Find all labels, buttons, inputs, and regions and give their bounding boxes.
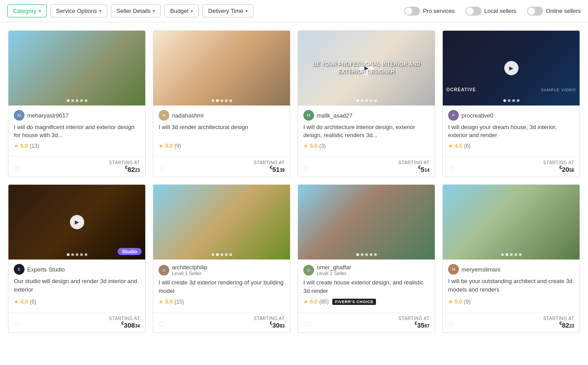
- studio-badge: Studio: [118, 248, 142, 255]
- online-sellers-label: Online sellers: [546, 8, 581, 14]
- dot: [229, 99, 232, 102]
- dot: [71, 253, 74, 256]
- play-button[interactable]: ▶: [70, 215, 84, 229]
- card-title: I will be your outstanding architect and…: [448, 277, 574, 295]
- card-body: M meryemslimani I will be your outstandi…: [443, 260, 580, 312]
- price-block: STARTING AT €8223: [109, 160, 140, 173]
- rating: ★ 5.0 (15): [159, 299, 285, 305]
- favorite-button[interactable]: ♡: [303, 165, 310, 173]
- rating: ★ 5.0 (9): [159, 143, 285, 149]
- starting-at-label: STARTING AT: [543, 160, 574, 165]
- service-card[interactable]: N nadahashml I will 3d render architectu…: [153, 30, 290, 177]
- dot: [519, 253, 522, 256]
- price-block: STARTING AT €2056: [543, 160, 574, 173]
- image-dots: [356, 99, 377, 102]
- chevron-down-icon: ▾: [39, 8, 41, 13]
- card-body: M mallk_asad27 I will do architecture in…: [298, 105, 435, 156]
- starting-at-label: STARTING AT: [399, 160, 429, 165]
- card-body: E Experts Studio Our studio will design …: [8, 260, 145, 312]
- card-title: I will create 3d exterior rendering of y…: [159, 279, 285, 295]
- price-block: STARTING AT €514: [399, 160, 429, 173]
- seller-info: P procreative0: [448, 110, 574, 121]
- card-image: ▶ BE YOUR PROFESSIONAL INTERIOR AND EXTE…: [298, 31, 435, 105]
- local-sellers-toggle[interactable]: [466, 7, 482, 16]
- rating-count: (9): [464, 299, 471, 305]
- card-footer: ♡ STARTING AT €8223: [443, 312, 580, 333]
- image-dots: [501, 253, 522, 256]
- rating-score: 5.0: [310, 143, 318, 149]
- seller-info: A architectphilip Level 1 Seller: [159, 264, 285, 276]
- seller-details-filter[interactable]: Seller Details ▾: [111, 4, 161, 17]
- sample-video-label: SAMPLE VIDEO: [541, 88, 576, 92]
- favorite-button[interactable]: ♡: [303, 320, 310, 329]
- filter-bar: Category ▾ Service Options ▾ Seller Deta…: [0, 0, 588, 22]
- dot: [374, 253, 377, 256]
- starting-at-label: STARTING AT: [254, 160, 285, 165]
- dot: [225, 99, 228, 102]
- card-footer: ♡ STARTING AT €30834: [8, 312, 145, 333]
- play-button[interactable]: ▶: [504, 61, 519, 75]
- service-card[interactable]: M meryemslimani I will be your outstandi…: [442, 184, 580, 333]
- favorite-button[interactable]: ♡: [159, 320, 165, 329]
- service-card[interactable]: O omer_ghaffar Level 2 Seller I will cre…: [298, 184, 435, 333]
- creative-label: OCREATIVE: [446, 87, 476, 92]
- chevron-down-icon: ▾: [245, 8, 248, 13]
- card-title: I will 3d render architectural design: [159, 123, 285, 139]
- dot: [510, 253, 513, 256]
- rating-count: (6): [464, 143, 471, 149]
- card-body: P procreative0 I will design your dream …: [443, 105, 580, 156]
- dot: [365, 99, 368, 102]
- card-body: N nadahashml I will 3d render architectu…: [153, 105, 290, 156]
- favorite-button[interactable]: ♡: [448, 165, 454, 173]
- fiverr-choice-badge: FIVERR'S CHOICE: [332, 299, 376, 305]
- dot: [80, 99, 83, 102]
- favorite-button[interactable]: ♡: [448, 320, 454, 329]
- chevron-down-icon: ▾: [153, 8, 155, 13]
- rating-count: (3): [319, 143, 326, 149]
- price: €2056: [543, 165, 574, 173]
- dot: [216, 99, 219, 102]
- star-icon: ★: [448, 299, 453, 305]
- service-card[interactable]: ▶ BE YOUR PROFESSIONAL INTERIOR AND EXTE…: [298, 30, 435, 177]
- card-title: Our studio will design and render 3d int…: [14, 277, 140, 295]
- service-card[interactable]: ▶ Studio E Experts Studio Our studio wil…: [8, 184, 146, 333]
- chevron-down-icon: ▾: [99, 8, 102, 13]
- online-sellers-toggle[interactable]: [527, 7, 543, 16]
- rating-count: (9): [175, 143, 181, 149]
- favorite-button[interactable]: ♡: [159, 165, 165, 173]
- chevron-down-icon: ▾: [191, 8, 193, 13]
- seller-info: O omer_ghaffar Level 2 Seller: [303, 264, 429, 276]
- dot: [76, 99, 78, 102]
- dot: [229, 253, 232, 256]
- service-card[interactable]: A architectphilip Level 1 Seller I will …: [153, 184, 290, 333]
- dot: [212, 253, 214, 256]
- rating-count: (13): [30, 143, 39, 149]
- pro-services-toggle-group: Pro services: [404, 7, 455, 16]
- avatar: A: [159, 265, 169, 276]
- service-card[interactable]: ▶ OCREATIVE SAMPLE VIDEO P procreative0 …: [442, 30, 580, 177]
- service-card[interactable]: M meharyaslr9617 I will do magnificent i…: [8, 30, 146, 177]
- image-dots: [356, 253, 377, 256]
- price: €514: [399, 165, 429, 173]
- seller-name: procreative0: [461, 112, 494, 119]
- service-options-filter[interactable]: Service Options ▾: [50, 4, 107, 17]
- dot: [67, 253, 69, 256]
- pro-services-toggle[interactable]: [404, 7, 420, 16]
- rating-score: 5.0: [455, 299, 462, 305]
- rating: ★ 5.0 (9): [448, 299, 574, 305]
- budget-filter[interactable]: Budget ▾: [164, 4, 199, 17]
- card-image: ▶ Studio: [8, 185, 145, 260]
- dot: [212, 99, 214, 102]
- dot: [71, 99, 74, 102]
- favorite-button[interactable]: ♡: [14, 165, 20, 173]
- star-icon: ★: [303, 143, 308, 149]
- delivery-time-filter[interactable]: Delivery Time ▾: [202, 4, 253, 17]
- category-filter[interactable]: Category ▾: [7, 4, 47, 17]
- avatar: O: [303, 265, 314, 276]
- card-title: I will do architecture interior design, …: [303, 123, 429, 139]
- dot: [370, 253, 372, 256]
- card-title: I will do magnificent interior and exter…: [14, 123, 140, 139]
- favorite-button[interactable]: ♡: [14, 320, 20, 329]
- card-footer: ♡ STARTING AT €2056: [443, 156, 580, 177]
- dot: [508, 99, 510, 102]
